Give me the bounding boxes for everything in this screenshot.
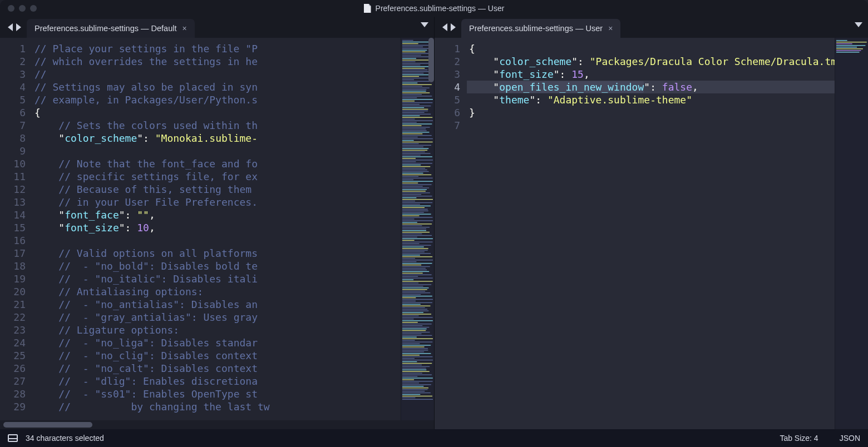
horizontal-scrollbar[interactable] (0, 420, 434, 429)
svg-rect-149 (402, 284, 431, 285)
svg-rect-179 (402, 334, 422, 334)
svg-rect-21 (402, 74, 431, 75)
close-icon[interactable]: × (182, 24, 186, 33)
svg-rect-80 (402, 171, 429, 172)
svg-rect-68 (402, 151, 425, 152)
window-traffic-lights[interactable] (0, 5, 37, 12)
svg-rect-185 (402, 343, 420, 344)
svg-rect-35 (402, 97, 417, 98)
svg-rect-64 (402, 145, 431, 146)
svg-rect-119 (402, 235, 432, 236)
svg-rect-220 (836, 40, 847, 41)
svg-rect-112 (402, 224, 432, 224)
svg-rect-9 (402, 54, 421, 55)
minimap[interactable] (401, 38, 434, 420)
svg-rect-61 (402, 140, 414, 141)
panel-toggle-icon[interactable] (8, 434, 18, 442)
svg-rect-116 (402, 230, 426, 231)
status-bar: 34 characters selected Tab Size: 4 JSON (0, 429, 868, 447)
svg-rect-51 (402, 123, 432, 124)
svg-rect-199 (402, 366, 430, 367)
svg-rect-50 (402, 122, 417, 122)
svg-rect-127 (402, 248, 428, 249)
tab-dropdown-icon[interactable] (421, 22, 428, 27)
status-syntax[interactable]: JSON (840, 434, 860, 443)
tab-label: Preferences.sublime-settings — Default (34, 24, 176, 33)
svg-rect-57 (402, 133, 422, 134)
svg-rect-91 (402, 189, 427, 190)
chevron-right-icon[interactable] (16, 23, 21, 31)
svg-rect-183 (402, 340, 415, 341)
svg-rect-208 (402, 381, 433, 381)
svg-rect-104 (402, 211, 428, 211)
svg-rect-167 (402, 314, 431, 314)
scrollbar-thumb[interactable] (3, 422, 92, 428)
svg-rect-117 (402, 232, 430, 232)
editor-left[interactable]: 1234567891011121314151617181920212223242… (0, 38, 434, 420)
svg-rect-74 (402, 161, 416, 162)
tab-nav-arrows[interactable] (435, 17, 461, 38)
svg-rect-46 (402, 116, 420, 116)
svg-rect-200 (402, 368, 426, 369)
zoom-window-dot[interactable] (30, 5, 37, 12)
svg-rect-176 (402, 329, 427, 329)
svg-rect-202 (402, 371, 430, 372)
svg-rect-180 (402, 335, 432, 336)
svg-rect-142 (402, 273, 423, 274)
svg-rect-128 (402, 250, 428, 250)
code-area[interactable]: { "color_scheme": "Packages/Dracula Colo… (467, 38, 835, 429)
svg-rect-102 (402, 207, 425, 208)
line-gutter: 1234567891011121314151617181920212223242… (0, 38, 32, 420)
tab-user-settings[interactable]: Preferences.sublime-settings — User × (461, 19, 620, 38)
svg-rect-40 (402, 106, 431, 106)
svg-rect-42 (402, 109, 428, 110)
svg-rect-36 (402, 99, 433, 100)
svg-rect-49 (402, 120, 433, 121)
close-icon[interactable]: × (608, 24, 613, 33)
svg-rect-86 (402, 181, 433, 182)
svg-rect-53 (402, 127, 430, 127)
svg-rect-8 (402, 53, 430, 54)
svg-rect-207 (402, 379, 414, 380)
code-area[interactable]: // Place your settings in the file "P// … (32, 38, 401, 420)
svg-rect-121 (402, 239, 433, 239)
minimize-window-dot[interactable] (19, 5, 26, 12)
chevron-right-icon[interactable] (451, 23, 456, 31)
svg-rect-44 (402, 112, 425, 113)
svg-rect-29 (402, 87, 430, 88)
svg-rect-205 (402, 376, 417, 376)
svg-rect-76 (402, 165, 421, 165)
svg-rect-30 (402, 89, 426, 90)
svg-rect-58 (402, 135, 432, 136)
svg-rect-139 (402, 268, 426, 269)
svg-rect-67 (402, 150, 427, 150)
editor-right[interactable]: 1234567 { "color_scheme": "Packages/Drac… (435, 38, 868, 429)
scrollbar-thumb[interactable] (428, 38, 434, 82)
tab-label: Preferences.sublime-settings — User (469, 24, 603, 33)
tab-default-settings[interactable]: Preferences.sublime-settings — Default × (27, 19, 195, 38)
tab-nav-arrows[interactable] (0, 17, 27, 38)
svg-rect-6 (402, 50, 427, 51)
status-tab-size[interactable]: Tab Size: 4 (780, 434, 818, 443)
tab-dropdown-icon[interactable] (855, 22, 862, 27)
chevron-left-icon[interactable] (8, 23, 13, 31)
minimap[interactable] (835, 38, 868, 429)
svg-rect-201 (402, 370, 426, 370)
svg-rect-97 (402, 199, 433, 200)
svg-rect-52 (402, 125, 422, 126)
svg-rect-195 (402, 360, 433, 360)
svg-rect-158 (402, 299, 433, 300)
svg-rect-161 (402, 304, 421, 305)
svg-rect-84 (402, 178, 433, 178)
chevron-left-icon[interactable] (442, 23, 447, 31)
svg-rect-140 (402, 270, 427, 270)
svg-rect-213 (402, 389, 427, 390)
svg-rect-124 (402, 244, 420, 244)
svg-rect-70 (402, 155, 421, 155)
svg-rect-107 (402, 215, 420, 216)
svg-rect-120 (402, 237, 417, 237)
close-window-dot[interactable] (8, 5, 14, 12)
svg-rect-126 (402, 246, 424, 247)
svg-rect-66 (402, 148, 428, 149)
svg-rect-203 (402, 372, 422, 373)
